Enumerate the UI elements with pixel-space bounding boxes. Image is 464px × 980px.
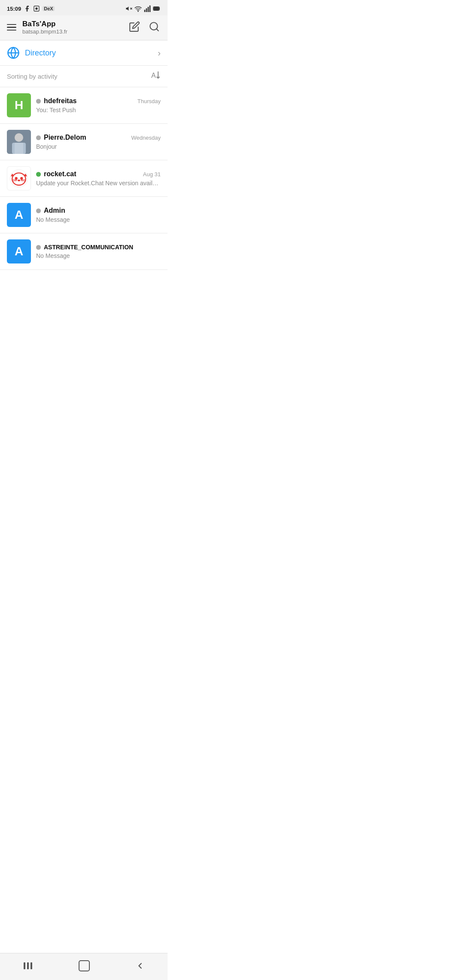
search-icon <box>149 21 160 32</box>
list-item[interactable]: H hdefreitas Thursday You: Test Push <box>0 87 168 124</box>
mute-icon <box>125 5 132 12</box>
sorting-label: Sorting by activity <box>7 73 58 80</box>
header-title-block: BaTs'App batsap.bmpm13.fr <box>22 20 67 35</box>
status-dot-gray <box>36 135 41 140</box>
svg-point-25 <box>20 177 23 180</box>
status-dot-gray <box>36 208 41 213</box>
svg-point-26 <box>18 180 20 181</box>
conv-name: rocket.cat <box>44 170 76 178</box>
conv-time: Thursday <box>137 98 161 104</box>
svg-line-29 <box>21 180 26 180</box>
avatar <box>7 166 31 190</box>
sorting-row[interactable]: Sorting by activity A <box>0 66 168 87</box>
svg-point-24 <box>15 177 18 180</box>
list-item[interactable]: Pierre.Delom Wednesday Bonjour <box>0 124 168 160</box>
sort-icon: A <box>151 71 161 82</box>
conv-message: Update your Rocket.Chat New version avai… <box>36 180 161 187</box>
wifi-icon <box>134 5 142 12</box>
svg-rect-7 <box>148 7 149 12</box>
status-dot-green <box>36 172 41 177</box>
svg-rect-10 <box>154 7 159 10</box>
signal-icon <box>144 5 151 12</box>
status-dot-gray <box>36 245 41 250</box>
globe-icon <box>7 46 20 59</box>
battery-icon <box>153 5 161 12</box>
list-item[interactable]: A ASTREINTE_COMMUNICATION No Message <box>0 233 168 270</box>
avatar: H <box>7 93 31 117</box>
svg-line-28 <box>12 181 17 181</box>
avatar <box>7 130 31 154</box>
list-item[interactable]: A Admin No Message <box>0 197 168 233</box>
svg-text:A: A <box>151 72 156 79</box>
svg-line-30 <box>21 181 26 181</box>
svg-rect-6 <box>146 8 147 12</box>
edit-button[interactable] <box>128 20 141 34</box>
svg-point-23 <box>12 173 25 185</box>
conv-content: Admin No Message <box>36 207 161 223</box>
svg-point-4 <box>138 11 138 11</box>
conv-content: Pierre.Delom Wednesday Bonjour <box>36 134 161 150</box>
conv-message: No Message <box>36 216 161 223</box>
rocket-cat-icon <box>9 169 28 188</box>
app-header: BaTs'App batsap.bmpm13.fr <box>0 15 168 40</box>
conv-time: Aug 31 <box>143 171 161 178</box>
conv-message: You: Test Push <box>36 107 161 113</box>
svg-point-1 <box>36 7 38 9</box>
menu-button[interactable] <box>7 24 16 31</box>
directory-row[interactable]: Directory › <box>0 40 168 66</box>
header-actions <box>128 20 161 34</box>
conversation-list: H hdefreitas Thursday You: Test Push <box>0 87 168 270</box>
avatar: A <box>7 239 31 263</box>
conv-name: Admin <box>44 207 65 214</box>
chevron-right-icon: › <box>158 48 161 58</box>
conv-name: ASTREINTE_COMMUNICATION <box>44 244 133 251</box>
dex-icon: DeX <box>43 6 54 11</box>
svg-rect-8 <box>150 6 151 12</box>
conv-message: No Message <box>36 252 161 259</box>
app-title: BaTs'App <box>22 20 67 28</box>
avatar: A <box>7 203 31 227</box>
list-item[interactable]: rocket.cat Aug 31 Update your Rocket.Cha… <box>0 160 168 197</box>
facebook-icon <box>24 5 31 12</box>
conv-time: Wednesday <box>131 135 161 141</box>
conv-content: hdefreitas Thursday You: Test Push <box>36 97 161 113</box>
svg-rect-19 <box>15 143 23 154</box>
svg-rect-5 <box>144 10 146 12</box>
conv-content: ASTREINTE_COMMUNICATION No Message <box>36 244 161 259</box>
svg-line-27 <box>12 180 17 180</box>
conv-name: Pierre.Delom <box>44 134 86 141</box>
directory-label: Directory <box>25 49 56 58</box>
conv-name: hdefreitas <box>44 97 76 105</box>
status-bar: 15:09 DeX <box>0 0 168 15</box>
app-subtitle: batsap.bmpm13.fr <box>22 28 67 35</box>
edit-icon <box>129 21 140 32</box>
status-time: 15:09 <box>7 6 21 12</box>
svg-point-17 <box>15 133 23 142</box>
conv-message: Bonjour <box>36 143 161 150</box>
record-icon <box>33 5 40 12</box>
conv-content: rocket.cat Aug 31 Update your Rocket.Cha… <box>36 170 161 187</box>
svg-line-12 <box>156 29 159 31</box>
photo-avatar <box>7 130 31 154</box>
status-dot-gray <box>36 99 41 104</box>
search-button[interactable] <box>148 20 161 34</box>
